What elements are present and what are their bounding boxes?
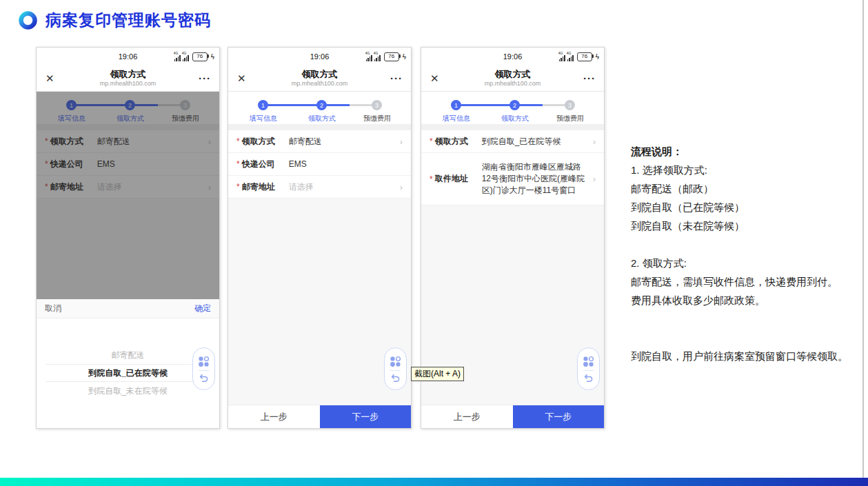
status-icons: 4G 4G 76 ϟ bbox=[559, 48, 599, 65]
field-pickup-address[interactable]: * 取件地址 湖南省衡阳市雁峰区雁城路12号衡阳市中心医院(雁峰院区)门诊大厅一… bbox=[421, 153, 604, 205]
undo-icon[interactable] bbox=[583, 374, 594, 383]
status-bar: 19:06 4G 4G 76 ϟ bbox=[228, 48, 411, 65]
phone-screenshot-1: 19:06 4G 4G 76 ϟ ✕ 领取方式 mp.mhealth100.co… bbox=[36, 47, 220, 429]
close-icon[interactable]: ✕ bbox=[237, 72, 246, 85]
step-circle-2: 2 bbox=[509, 100, 520, 110]
next-button[interactable]: 下一步 bbox=[320, 405, 412, 428]
required-mark: * bbox=[236, 159, 240, 169]
form-fields: * 领取方式 到院自取_已在院等候 › * 取件地址 湖南省衡阳市雁峰区雁城路1… bbox=[421, 130, 604, 205]
undo-icon[interactable] bbox=[390, 374, 401, 383]
field-value: EMS bbox=[289, 159, 403, 170]
prev-button[interactable]: 上一步 bbox=[228, 405, 320, 428]
confirm-button[interactable]: 确定 bbox=[194, 303, 211, 314]
more-icon[interactable]: ··· bbox=[199, 72, 211, 84]
slide-header: 病案复印管理账号密码 bbox=[19, 10, 211, 31]
step-circle-3: 3 bbox=[372, 100, 382, 110]
battery-icon: 76 bbox=[384, 52, 399, 61]
field-label: 领取方式 bbox=[242, 136, 283, 148]
required-mark: * bbox=[430, 174, 433, 184]
step-circle-2: 2 bbox=[316, 100, 327, 110]
picker-option[interactable]: 邮寄配送 bbox=[46, 346, 211, 364]
wizard-footer: 上一步 下一步 bbox=[421, 405, 604, 428]
status-time: 19:06 bbox=[503, 52, 523, 61]
floating-widget[interactable] bbox=[192, 347, 215, 390]
grid-icon bbox=[390, 356, 401, 367]
step-label-2: 领取方式 bbox=[300, 114, 344, 123]
dim-overlay bbox=[37, 92, 219, 299]
phone-screenshot-2: 19:06 4G 4G 76 ϟ ✕ 领取方式 mp.mhealth100.co… bbox=[228, 47, 412, 429]
grid-icon bbox=[198, 356, 210, 367]
section-gap bbox=[228, 124, 411, 130]
battery-icon: 76 bbox=[192, 52, 208, 61]
note-line: 到院自取（已在院等候） bbox=[631, 198, 867, 216]
status-time: 19:06 bbox=[310, 52, 330, 61]
note-line bbox=[631, 235, 867, 254]
nav-title: 领取方式 bbox=[495, 69, 531, 80]
nav-center: 领取方式 mp.mhealth100.com bbox=[421, 69, 604, 88]
chevron-right-icon: › bbox=[400, 182, 403, 192]
next-button[interactable]: 下一步 bbox=[513, 405, 605, 428]
field-label: 快递公司 bbox=[242, 159, 283, 170]
ring-logo-icon bbox=[19, 11, 37, 30]
field-courier-company: * 快递公司 EMS bbox=[228, 153, 411, 176]
stepper: 1 2 3 填写信息 领取方式 预缴费用 bbox=[421, 92, 604, 124]
nav-title: 领取方式 bbox=[110, 69, 146, 80]
battery-icon: 76 bbox=[577, 52, 592, 61]
picker-option[interactable]: 到院自取_未在院等候 bbox=[46, 382, 211, 400]
nav-subtitle: mp.mhealth100.com bbox=[100, 80, 157, 88]
charging-icon: ϟ bbox=[211, 53, 214, 61]
nav-center: 领取方式 mp.mhealth100.com bbox=[228, 69, 411, 88]
undo-icon[interactable] bbox=[199, 374, 209, 383]
required-mark: * bbox=[236, 182, 240, 192]
close-icon[interactable]: ✕ bbox=[430, 72, 439, 85]
field-label: 取件地址 bbox=[435, 173, 476, 185]
slide: 病案复印管理账号密码 19:06 4G 4G 76 ϟ ✕ 领取方式 mp.mh… bbox=[0, 0, 868, 486]
window-edge bbox=[862, 0, 864, 486]
note-line bbox=[631, 310, 867, 328]
note-line: 费用具体收取多少邮政政策。 bbox=[631, 291, 867, 310]
signal-icon: 4G bbox=[567, 52, 574, 61]
step-label-2: 领取方式 bbox=[493, 114, 537, 123]
nav-subtitle: mp.mhealth100.com bbox=[485, 80, 541, 88]
floating-widget[interactable] bbox=[577, 347, 600, 390]
stepper: 1 2 3 填写信息 领取方式 预缴费用 bbox=[228, 92, 411, 124]
grid-icon bbox=[583, 356, 594, 367]
more-icon[interactable]: ··· bbox=[390, 72, 403, 84]
note-line: 邮寄配送，需填写收件信息，快递费用到付。 bbox=[631, 272, 867, 291]
nav-subtitle: mp.mhealth100.com bbox=[292, 80, 348, 88]
field-value: 邮寄配送 bbox=[289, 136, 397, 148]
field-placeholder: 请选择 bbox=[289, 181, 397, 193]
status-bar: 19:06 4G 4G 76 ϟ bbox=[421, 48, 604, 65]
signal-icon: 4G bbox=[174, 52, 181, 61]
step-label-1: 填写信息 bbox=[241, 114, 285, 123]
field-pickup-method[interactable]: * 领取方式 到院自取_已在院等候 › bbox=[421, 130, 604, 153]
nav-bar: ✕ 领取方式 mp.mhealth100.com ··· bbox=[228, 65, 411, 92]
note-line: 到院自取，用户前往病案室预留窗口等候领取。 bbox=[631, 347, 867, 365]
signal-icon: 4G bbox=[183, 52, 189, 61]
section-gap bbox=[421, 124, 604, 130]
step-circle-1: 1 bbox=[451, 100, 461, 110]
prev-button[interactable]: 上一步 bbox=[421, 405, 513, 428]
step-circle-1: 1 bbox=[258, 100, 268, 110]
cancel-button[interactable]: 取消 bbox=[45, 303, 61, 314]
close-icon[interactable]: ✕ bbox=[46, 72, 54, 85]
chevron-right-icon: › bbox=[593, 174, 596, 184]
field-pickup-method[interactable]: * 领取方式 邮寄配送 › bbox=[228, 130, 411, 153]
status-icons: 4G 4G 76 ϟ bbox=[174, 48, 214, 65]
picker-option-selected[interactable]: 到院自取_已在院等候 bbox=[46, 364, 211, 382]
step-label-3: 预缴费用 bbox=[548, 114, 592, 123]
field-mail-address[interactable]: * 邮寄地址 请选择 › bbox=[228, 176, 411, 199]
field-value: 湖南省衡阳市雁峰区雁城路12号衡阳市中心医院(雁峰院区)门诊大厅一楼11号窗口 bbox=[482, 161, 590, 196]
more-icon[interactable]: ··· bbox=[583, 72, 596, 84]
notes-heading: 流程说明： bbox=[631, 142, 867, 161]
sheet-header: 取消 确定 bbox=[37, 299, 219, 318]
required-mark: * bbox=[236, 136, 240, 146]
step-circle-3: 3 bbox=[565, 100, 575, 110]
note-line: 2. 领取方式: bbox=[631, 254, 867, 272]
divider bbox=[583, 370, 594, 371]
note-line: 邮寄配送（邮政） bbox=[631, 179, 867, 198]
field-value: 到院自取_已在院等候 bbox=[482, 136, 590, 148]
note-line: 到院自取（未在院等候） bbox=[631, 216, 867, 235]
floating-widget[interactable] bbox=[384, 347, 407, 390]
progress-line bbox=[263, 104, 322, 106]
